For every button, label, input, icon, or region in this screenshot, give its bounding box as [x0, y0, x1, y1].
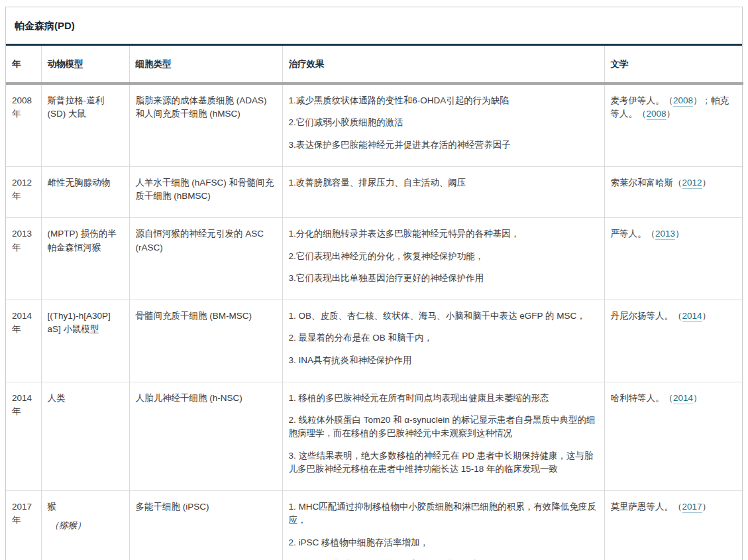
table-row: 2012年雌性无胸腺动物人羊水干细胞 (hAFSC) 和骨髓间充质干细胞 (hB…: [6, 166, 743, 218]
citation-year-link[interactable]: 2014: [673, 393, 693, 404]
citation-year-link[interactable]: 2014: [682, 311, 702, 322]
cell-literature: 哈利特等人。（2014）: [604, 382, 743, 490]
cell-cell-type: 脂肪来源的成体基质细胞 (ADAS) 和人间充质干细胞 (hMSC): [129, 84, 282, 166]
table-row: 2013年(MPTP) 损伤的半帕金森恒河猴源自恒河猴的神经元引发的 ASC (…: [6, 218, 743, 300]
column-header-literature: 文学: [604, 46, 743, 84]
cell-animal-model: [(Thy1)-h[A30P] aS] 小鼠模型: [41, 300, 129, 382]
animal-model-text: 人类: [48, 392, 123, 405]
animal-model-text: 雌性无胸腺动物: [48, 176, 123, 190]
pd-study-table: 年 动物模型 细胞类型 治疗效果 文学 2008年斯普拉格-道利 (SD) 大鼠…: [6, 46, 743, 560]
citation-text: 麦考伊等人。（: [611, 95, 674, 105]
cell-year: 2014年: [6, 300, 41, 382]
cell-animal-model: (MPTP) 损伤的半帕金森恒河猴: [41, 218, 129, 300]
cell-literature: 索莱尔和富哈斯（2012）: [604, 166, 743, 218]
cell-literature: 丹尼尔扬等人。（2014）: [604, 300, 743, 382]
citation-year-link[interactable]: 2013: [655, 229, 675, 240]
table-row: 2014年人类人胎儿神经干细胞 (h-NSC)1. 移植的多巴胺神经元在所有时间…: [6, 382, 743, 490]
effect-item: 1.减少黑质纹状体通路的变性和6-OHDA引起的行为缺陷: [289, 94, 598, 107]
cell-cell-type: 人胎儿神经干细胞 (h-NSC): [129, 382, 282, 490]
cell-cell-type: 人羊水干细胞 (hAFSC) 和骨髓间充质干细胞 (hBMSC): [129, 166, 282, 218]
effect-item: 2.它们表现出神经元的分化，恢复神经保护功能，: [289, 250, 598, 263]
citation-text: 莫里萨恩等人。（: [611, 502, 682, 512]
cell-year: 2012年: [6, 166, 41, 218]
cell-year: 2014年: [6, 382, 41, 490]
cell-year: 2008年: [6, 84, 41, 166]
animal-model-text: (MPTP) 损伤的半帕金森恒河猴: [48, 227, 123, 254]
animal-model-text: 猴: [48, 500, 123, 514]
citation-year-link[interactable]: 2017: [682, 502, 702, 513]
effect-item: 3. 这些结果表明，绝大多数移植的神经元在 PD 患者中长期保持健康，这与胎儿多…: [289, 449, 598, 476]
cell-year: 2013年: [6, 218, 41, 300]
cell-effects: 1. MHC匹配通过抑制移植物中小胶质细胞和淋巴细胞的积累，有效降低免疫反应，2…: [282, 491, 604, 560]
cell-literature: 严等人。（2013）: [604, 218, 743, 300]
table-row: 2008年斯普拉格-道利 (SD) 大鼠脂肪来源的成体基质细胞 (ADAS) 和…: [6, 84, 743, 166]
citation-text: ）: [702, 311, 712, 321]
effect-item: 1.分化的细胞转录并表达多巴胺能神经元特异的各种基因，: [289, 227, 598, 241]
effect-item: 1.改善膀胱容量、排尿压力、自主活动、阈压: [289, 176, 598, 190]
effect-item: 1. OB、皮质、杏仁核、纹状体、海马、小脑和脑干中表达 eGFP 的 MSC，: [289, 309, 598, 323]
effect-item: 1. MHC匹配通过抑制移植物中小胶质细胞和淋巴细胞的积累，有效降低免疫反应，: [289, 500, 598, 528]
cell-effects: 1.减少黑质纹状体通路的变性和6-OHDA引起的行为缺陷2.它们减弱小胶质细胞的…: [282, 84, 604, 166]
table-row: 2017年猴（猕猴）多能干细胞 (iPSC)1. MHC匹配通过抑制移植物中小胶…: [6, 491, 743, 560]
cell-effects: 1.改善膀胱容量、排尿压力、自主活动、阈压: [282, 166, 604, 218]
column-header-year: 年: [6, 46, 41, 84]
animal-model-text: 斯普拉格-道利 (SD) 大鼠: [48, 94, 123, 121]
effect-item: 2. iPSC 移植物中细胞存活率增加，: [289, 536, 598, 549]
table-body: 2008年斯普拉格-道利 (SD) 大鼠脂肪来源的成体基质细胞 (ADAS) 和…: [6, 84, 743, 560]
cell-year: 2017年: [6, 491, 41, 560]
citation-text: ）: [667, 109, 676, 119]
table-title: 帕金森病(PD): [6, 7, 742, 46]
cell-cell-type: 多能干细胞 (iPSC): [129, 491, 282, 560]
effect-item: 1. 移植的多巴胺神经元在所有时间点均表现出健康且未萎缩的形态: [289, 392, 598, 405]
cell-cell-type: 骨髓间充质干细胞 (BM-MSC): [129, 300, 282, 382]
citation-year-link[interactable]: 2008: [647, 109, 667, 120]
cell-literature: 麦考伊等人。（2008）；帕克等人。（2008）: [604, 84, 743, 166]
effect-item: 3. INA具有抗炎和神经保护作用: [289, 354, 598, 367]
table-row: 2014年[(Thy1)-h[A30P] aS] 小鼠模型骨髓间充质干细胞 (B…: [6, 300, 743, 382]
citation-text: 哈利特等人。（: [611, 393, 674, 403]
cell-animal-model: 斯普拉格-道利 (SD) 大鼠: [41, 84, 129, 166]
cell-cell-type: 源自恒河猴的神经元引发的 ASC (rASC): [129, 218, 282, 300]
cell-effects: 1. 移植的多巴胺神经元在所有时间点均表现出健康且未萎缩的形态2. 线粒体外膜蛋…: [282, 382, 604, 490]
cell-animal-model: 雌性无胸腺动物: [41, 166, 129, 218]
citation-text: ）: [693, 393, 702, 403]
pd-study-table-panel: 帕金森病(PD) 年 动物模型 细胞类型 治疗效果 文学 2008年斯普拉格-道…: [5, 7, 743, 560]
column-header-cell-type: 细胞类型: [129, 46, 282, 84]
cell-effects: 1. OB、皮质、杏仁核、纹状体、海马、小脑和脑干中表达 eGFP 的 MSC，…: [282, 300, 604, 382]
cell-literature: 莫里萨恩等人。（2017）: [604, 491, 743, 560]
effect-item: 2.它们减弱小胶质细胞的激活: [289, 116, 598, 129]
column-header-effects: 治疗效果: [282, 46, 604, 84]
cell-animal-model: 人类: [41, 382, 129, 490]
animal-model-note: （猕猴）: [48, 519, 123, 532]
citation-year-link[interactable]: 2012: [682, 178, 702, 189]
cell-effects: 1.分化的细胞转录并表达多巴胺能神经元特异的各种基因，2.它们表现出神经元的分化…: [282, 218, 604, 300]
header-row: 年 动物模型 细胞类型 治疗效果 文学: [6, 46, 743, 84]
citation-text: ）: [675, 229, 684, 239]
cell-animal-model: 猴（猕猴）: [41, 491, 129, 560]
citation-text: ）: [702, 178, 712, 188]
column-header-animal-model: 动物模型: [41, 46, 129, 84]
effect-item: 3.表达保护多巴胺能神经元并促进其存活的神经营养因子: [289, 139, 598, 152]
effect-item: 3.它们表现出比单独基因治疗更好的神经保护作用: [289, 272, 598, 285]
effect-item: 2. 线粒体外膜蛋白 Tom20 和 α-synuclein 的标记显示患者自身…: [289, 414, 598, 441]
citation-text: 丹尼尔扬等人。（: [611, 311, 682, 321]
citation-year-link[interactable]: 2008: [673, 95, 693, 107]
animal-model-text: [(Thy1)-h[A30P] aS] 小鼠模型: [48, 309, 123, 337]
citation-text: 索莱尔和富哈斯（: [611, 178, 682, 188]
citation-text: ）: [702, 502, 712, 512]
effect-item: 2. 最显着的分布是在 OB 和脑干内，: [289, 331, 598, 345]
citation-text: 严等人。（: [611, 229, 656, 239]
